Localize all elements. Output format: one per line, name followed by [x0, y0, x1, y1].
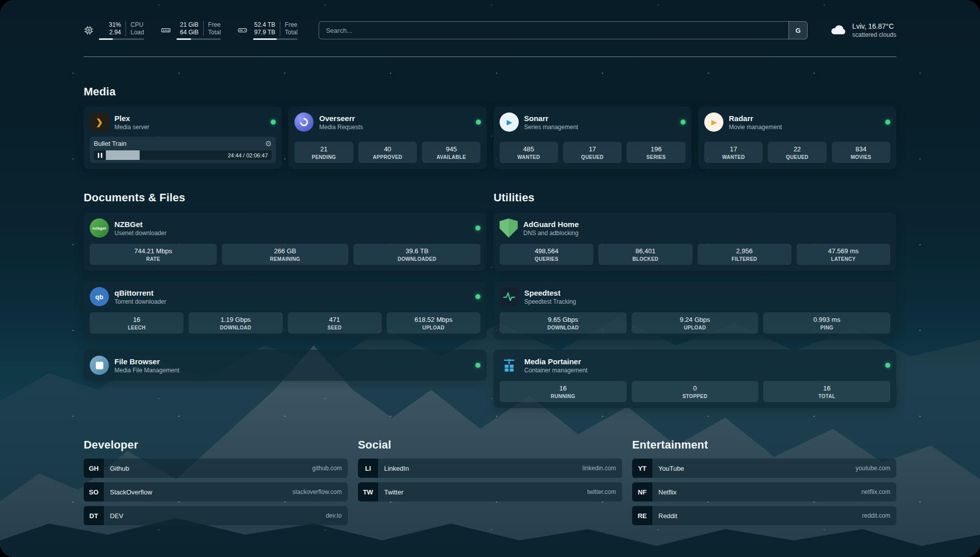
stat-box: 9.65 Gbps DOWNLOAD — [500, 312, 627, 333]
stat-label: BLOCKED — [600, 256, 690, 262]
playback-progress-bar[interactable]: 24:44 / 02:06:47 — [94, 150, 272, 160]
cpu-label-bottom: Load — [131, 29, 144, 36]
service-title: Media Portainer — [524, 357, 587, 366]
plex-icon: ❯ — [90, 113, 109, 132]
search-engine-button[interactable]: G — [788, 21, 808, 39]
section-title-documents: Documents & Files — [84, 191, 486, 204]
cpu-widget[interactable]: 31% 2.94 CPU Load — [84, 21, 144, 40]
stat-value: 266 GB — [224, 247, 347, 255]
stat-box: 9.24 Gbps UPLOAD — [632, 312, 759, 333]
service-subtitle: DNS and adblocking — [523, 230, 579, 237]
cpu-load-value: 2.94 — [109, 29, 121, 36]
stat-label: TOTAL — [765, 394, 888, 399]
bookmark-url: reddit.com — [862, 512, 896, 519]
stat-box: 16 TOTAL — [763, 381, 890, 402]
bookmark-dev[interactable]: DT DEV dev.to — [84, 506, 348, 525]
stat-box: 21 PENDING — [294, 142, 353, 163]
bookmark-abbr: TW — [358, 482, 378, 502]
radarr-icon: ▶ — [704, 113, 723, 132]
adguard-card[interactable]: AdGuard Home DNS and adblocking 498,564 … — [494, 212, 896, 271]
stat-label: APPROVED — [360, 154, 415, 160]
status-online-dot — [681, 120, 686, 125]
disk-usage-bar — [253, 38, 297, 40]
bookmark-abbr: LI — [358, 459, 378, 478]
stat-value: 17 — [706, 145, 761, 153]
pause-icon[interactable] — [94, 150, 106, 160]
service-title: File Browser — [114, 357, 179, 366]
bookmark-name: Reddit — [652, 512, 678, 520]
stat-label: UPLOAD — [389, 325, 478, 330]
bookmark-abbr: NF — [632, 482, 652, 502]
stat-box: 16 RUNNING — [500, 381, 627, 402]
memory-total-value: 64 GiB — [180, 29, 199, 36]
bookmark-netflix[interactable]: NF Netflix netflix.com — [632, 482, 896, 502]
stat-box: 0 STOPPED — [632, 381, 759, 402]
nzbget-card[interactable]: nzbget NZBGet Usenet downloader 744.21 M… — [84, 212, 486, 271]
bookmark-abbr: DT — [84, 506, 104, 525]
stat-value: 21 — [296, 145, 351, 153]
speedtest-card[interactable]: Speedtest Speedtest Tracking 9.65 Gbps D… — [494, 281, 896, 340]
filebrowser-card[interactable]: File Browser Media File Management — [84, 350, 486, 381]
sonarr-card[interactable]: ▶ Sonarr Series management 485 WANTED — [494, 106, 692, 169]
section-documents-utilities: Documents & Files nzbget NZBGet Usenet d… — [84, 191, 896, 408]
playback-time: 24:44 / 02:06:47 — [228, 152, 268, 158]
overseerr-card[interactable]: Overseerr Media Requests 21 PENDING 40 A… — [288, 106, 486, 169]
stat-label: DOWNLOAD — [191, 325, 280, 330]
bookmark-twitter[interactable]: TW Twitter twitter.com — [358, 482, 622, 502]
service-subtitle: Speedtest Tracking — [524, 298, 576, 305]
weather-condition: scattered clouds — [852, 31, 896, 38]
bookmark-name: Netflix — [652, 488, 677, 496]
qbittorrent-icon: qb — [90, 287, 109, 306]
stat-label: WANTED — [706, 154, 761, 160]
utilities-column: Utilities AdGuard Home DNS and adblockin… — [494, 191, 896, 408]
stats-row: 21 PENDING 40 APPROVED 945 AVAILABLE — [294, 136, 480, 163]
radarr-card[interactable]: ▶ Radarr Movie management 17 WANTED — [698, 106, 896, 169]
plex-card[interactable]: ❯ Plex Media server Bullet Train ⚙ — [84, 106, 282, 169]
card-header: AdGuard Home DNS and adblocking — [500, 218, 890, 238]
stat-value: 485 — [502, 145, 556, 153]
stat-label: PING — [765, 325, 888, 330]
card-header: Speedtest Speedtest Tracking — [500, 287, 890, 306]
stats-row: 9.65 Gbps DOWNLOAD 9.24 Gbps UPLOAD 0.99… — [500, 312, 890, 333]
weather-widget[interactable]: Lviv, 16.87°C scattered clouds — [830, 22, 896, 38]
stat-label: REMAINING — [224, 256, 347, 262]
disk-icon — [237, 25, 248, 35]
stat-label: LATENCY — [799, 256, 888, 262]
service-title: NZBGet — [114, 220, 166, 229]
bookmark-url: stackoverflow.com — [292, 488, 348, 495]
portainer-card[interactable]: Media Portainer Container management 16 … — [494, 350, 896, 408]
stat-box: 1.19 Gbps DOWNLOAD — [189, 312, 282, 333]
card-header: ❯ Plex Media server — [90, 113, 276, 132]
stat-value: 744.21 Mbps — [92, 247, 215, 255]
bookmark-reddit[interactable]: RE Reddit reddit.com — [632, 506, 896, 525]
bookmark-youtube[interactable]: YT YouTube youtube.com — [632, 459, 896, 478]
stat-box: 22 QUEUED — [768, 142, 826, 163]
disk-widget[interactable]: 52.4 TB 97.9 TB Free Total — [237, 21, 297, 40]
stats-row: 16 LEECH 1.19 Gbps DOWNLOAD 471 SEED 6 — [90, 312, 480, 333]
card-header: ▶ Radarr Movie management — [704, 113, 890, 132]
stats-row: 17 WANTED 22 QUEUED 834 MOVIES — [704, 136, 890, 163]
service-subtitle: Media File Management — [114, 367, 179, 374]
stats-row: 16 RUNNING 0 STOPPED 16 TOTAL — [500, 381, 890, 402]
section-bookmarks: Developer GH Github github.com SO StackO… — [84, 438, 896, 530]
stat-box: 17 WANTED — [704, 142, 763, 163]
bookmark-github[interactable]: GH Github github.com — [84, 459, 348, 478]
bookmark-abbr: YT — [632, 459, 652, 478]
bookmark-linkedin[interactable]: LI LinkedIn linkedin.com — [358, 459, 622, 478]
qbittorrent-card[interactable]: qb qBittorrent Torrent downloader 16 LEE… — [84, 281, 486, 340]
portainer-icon — [500, 356, 519, 375]
stat-value: 9.24 Gbps — [634, 316, 757, 323]
stat-box: 744.21 Mbps RATE — [90, 244, 217, 265]
gear-icon[interactable]: ⚙ — [265, 140, 272, 147]
dashboard-content: 31% 2.94 CPU Load — [0, 0, 980, 557]
search-input[interactable] — [319, 21, 807, 39]
stat-box: 834 MOVIES — [832, 142, 890, 163]
stat-box: 86,401 BLOCKED — [598, 244, 692, 265]
service-title: Speedtest — [524, 289, 576, 297]
memory-widget[interactable]: 21 GiB 64 GiB Free Total — [160, 21, 221, 40]
service-title: Overseerr — [319, 114, 363, 123]
stat-label: STOPPED — [634, 394, 757, 399]
status-online-dot — [475, 363, 480, 368]
bookmark-stackoverflow[interactable]: SO StackOverflow stackoverflow.com — [84, 482, 348, 502]
disk-label-top: Free — [285, 21, 297, 29]
